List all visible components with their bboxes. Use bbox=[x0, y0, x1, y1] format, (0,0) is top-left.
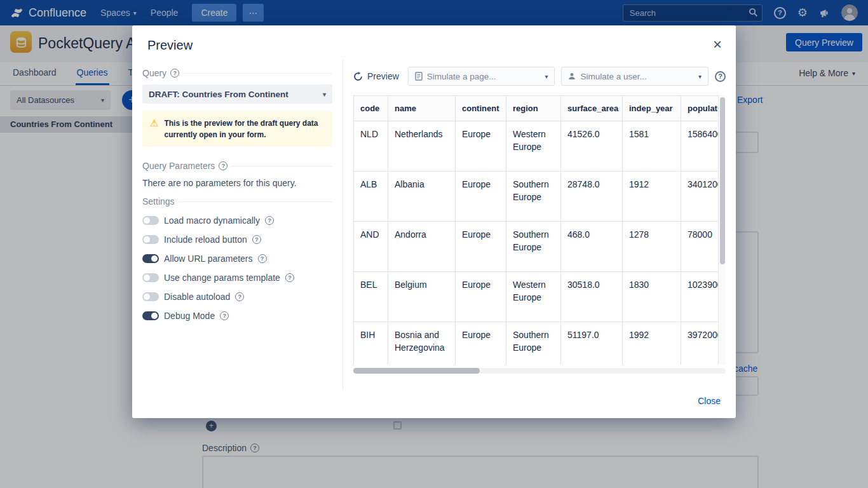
section-divider bbox=[183, 73, 332, 74]
help-icon[interactable]: ? bbox=[220, 311, 229, 320]
toggle-include-reload-button[interactable] bbox=[142, 235, 159, 244]
draft-warning-banner: ⚠ This is the preview for the draft quer… bbox=[142, 111, 332, 147]
modal-header: Preview × bbox=[132, 25, 736, 59]
help-icon[interactable]: ? bbox=[219, 161, 227, 170]
table-cell: 1830 bbox=[623, 272, 681, 322]
settings-toggles: Load macro dynamically?Include reload bu… bbox=[142, 214, 332, 322]
toggle-disable-autoload[interactable] bbox=[142, 292, 159, 301]
help-icon[interactable]: ? bbox=[170, 69, 179, 78]
column-header-continent: continent bbox=[456, 96, 506, 121]
setting-label: Use change params template bbox=[164, 273, 280, 283]
setting-label: Debug Mode bbox=[164, 311, 215, 321]
table-cell: Andorra bbox=[388, 222, 456, 272]
table-cell: 468.0 bbox=[561, 222, 623, 272]
query-select-value: DRAFT: Countries From Continent bbox=[149, 90, 288, 99]
preview-settings-panel: Query ? DRAFT: Countries From Continent … bbox=[132, 59, 343, 390]
setting-row: Use change params template? bbox=[142, 271, 332, 284]
table-cell: Europe bbox=[456, 172, 506, 222]
preview-toolbar-label: Preview bbox=[367, 71, 399, 81]
setting-row: Include reload button? bbox=[142, 233, 332, 246]
help-icon[interactable]: ? bbox=[252, 235, 261, 244]
help-icon[interactable]: ? bbox=[258, 254, 267, 263]
table-cell: Europe bbox=[456, 322, 506, 365]
close-button[interactable]: Close bbox=[698, 396, 721, 406]
refresh-preview-button[interactable]: Preview bbox=[353, 71, 402, 81]
preview-toolbar: Preview Simulate a page... ▾ Simulate a … bbox=[353, 67, 726, 86]
result-table: codenamecontinentregionsurface_areaindep… bbox=[353, 95, 726, 365]
table-cell: 1581 bbox=[623, 121, 681, 172]
horizontal-scrollbar-thumb[interactable] bbox=[353, 368, 480, 374]
setting-row: Debug Mode? bbox=[142, 309, 332, 322]
horizontal-scrollbar[interactable] bbox=[353, 368, 726, 374]
draft-warning-text: This is the preview for the draft query … bbox=[164, 118, 325, 140]
column-header-surface-area: surface_area bbox=[561, 96, 623, 121]
setting-label: Include reload button bbox=[164, 234, 247, 245]
table-row: ANDAndorraEuropeSouthern Europe468.01278… bbox=[354, 222, 726, 272]
vertical-scrollbar-thumb[interactable] bbox=[720, 97, 725, 264]
column-header-indep-year: indep_year bbox=[623, 96, 681, 121]
table-cell: Belgium bbox=[388, 272, 456, 322]
table-cell: BIH bbox=[354, 322, 388, 365]
table-cell: 1992 bbox=[623, 322, 681, 365]
table-cell: Netherlands bbox=[388, 121, 456, 172]
toggle-allow-url-parameters[interactable] bbox=[142, 254, 159, 263]
toggle-debug-mode[interactable] bbox=[142, 311, 159, 320]
query-section-heading: Query ? bbox=[142, 68, 332, 78]
table-row: NLDNetherlandsEuropeWestern Europe41526.… bbox=[354, 121, 726, 172]
setting-row: Allow URL parameters? bbox=[142, 252, 332, 265]
no-parameters-text: There are no parameters for this query. bbox=[142, 178, 332, 188]
table-cell: ALB bbox=[354, 172, 388, 222]
preview-result-panel: Preview Simulate a page... ▾ Simulate a … bbox=[343, 59, 736, 390]
chevron-down-icon: ▾ bbox=[545, 73, 548, 80]
vertical-scrollbar[interactable] bbox=[718, 95, 726, 365]
table-cell: Southern Europe bbox=[506, 322, 561, 365]
page-icon bbox=[415, 72, 423, 81]
setting-row: Disable autoload? bbox=[142, 290, 332, 303]
setting-label: Disable autoload bbox=[164, 292, 230, 302]
table-cell: 1912 bbox=[623, 172, 681, 222]
table-cell: 41526.0 bbox=[561, 121, 623, 172]
table-row: BELBelgiumEuropeWestern Europe30518.0183… bbox=[354, 272, 726, 322]
table-cell: Southern Europe bbox=[506, 172, 561, 222]
result-table-container: codenamecontinentregionsurface_areaindep… bbox=[353, 95, 726, 365]
table-cell: 51197.0 bbox=[561, 322, 623, 365]
table-cell: Western Europe bbox=[506, 121, 561, 172]
parameters-section-heading: Query Parameters ? bbox=[142, 161, 332, 171]
toggle-use-change-params-template[interactable] bbox=[142, 273, 159, 282]
query-select[interactable]: DRAFT: Countries From Continent ▾ bbox=[142, 85, 332, 104]
table-row: ALBAlbaniaEuropeSouthern Europe28748.019… bbox=[354, 172, 726, 222]
setting-row: Load macro dynamically? bbox=[142, 214, 332, 227]
query-section-label: Query bbox=[142, 68, 166, 78]
table-cell: Bosnia and Herzegovina bbox=[388, 322, 456, 365]
parameters-section-label: Query Parameters bbox=[142, 161, 215, 171]
column-header-name: name bbox=[388, 96, 456, 121]
column-header-region: region bbox=[506, 96, 561, 121]
preview-modal: Preview × Query ? DRAFT: Countries From … bbox=[132, 25, 736, 418]
simulate-page-select[interactable]: Simulate a page... ▾ bbox=[408, 67, 555, 86]
section-divider bbox=[179, 201, 332, 202]
setting-label: Allow URL parameters bbox=[164, 254, 253, 264]
table-cell: Albania bbox=[388, 172, 456, 222]
help-icon[interactable]: ? bbox=[265, 216, 274, 225]
chevron-down-icon: ▾ bbox=[323, 91, 326, 98]
table-cell: Europe bbox=[456, 222, 506, 272]
table-cell: NLD bbox=[354, 121, 388, 172]
chevron-down-icon: ▾ bbox=[698, 73, 702, 80]
table-cell: BEL bbox=[354, 272, 388, 322]
table-cell: 28748.0 bbox=[561, 172, 623, 222]
setting-label: Load macro dynamically bbox=[164, 215, 260, 226]
help-icon[interactable]: ? bbox=[715, 71, 726, 82]
simulate-user-select[interactable]: Simulate a user... ▾ bbox=[561, 67, 709, 86]
close-icon[interactable]: × bbox=[713, 37, 722, 52]
modal-footer: Close bbox=[132, 390, 736, 418]
table-row: BIHBosnia and HerzegovinaEuropeSouthern … bbox=[354, 322, 726, 365]
table-cell: Southern Europe bbox=[506, 222, 561, 272]
modal-title: Preview bbox=[147, 38, 721, 53]
help-icon[interactable]: ? bbox=[285, 273, 294, 282]
result-table-body: NLDNetherlandsEuropeWestern Europe41526.… bbox=[354, 121, 726, 365]
table-cell: Western Europe bbox=[506, 272, 561, 322]
settings-section-heading: Settings bbox=[142, 196, 332, 207]
toggle-load-macro-dynamically[interactable] bbox=[142, 216, 159, 225]
help-icon[interactable]: ? bbox=[235, 292, 244, 301]
simulate-user-value: Simulate a user... bbox=[580, 72, 646, 81]
